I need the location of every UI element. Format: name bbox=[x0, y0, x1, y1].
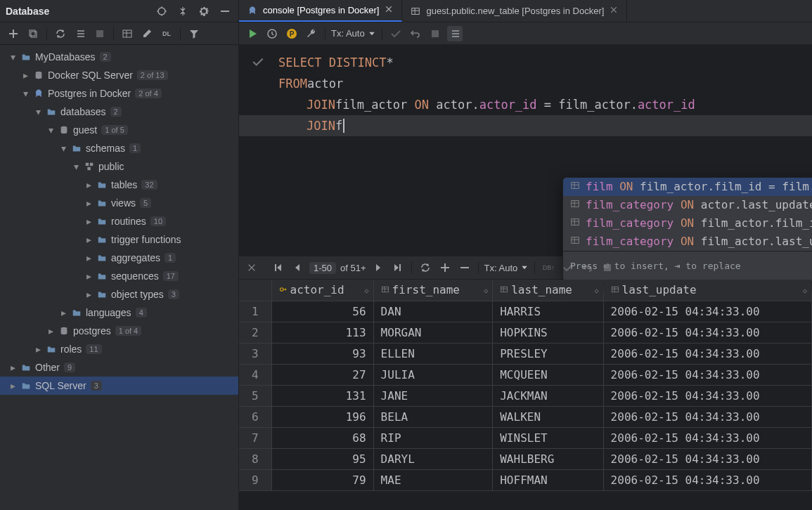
tree-arrow-icon[interactable]: ▾ bbox=[8, 51, 17, 63]
tree-arrow-icon[interactable]: ▾ bbox=[21, 88, 30, 99]
completion-item[interactable]: film_category ON film_actor.last_update … bbox=[563, 233, 812, 251]
cell[interactable]: 2006-02-15 04:34:33.00 bbox=[603, 469, 811, 490]
tree-item[interactable]: ▸tables32 bbox=[0, 176, 238, 194]
tree-item[interactable]: ▸trigger functions bbox=[0, 230, 238, 249]
output-mode-icon[interactable] bbox=[447, 26, 463, 41]
tree-item[interactable]: ▾schemas1 bbox=[0, 139, 238, 157]
prev-page-icon[interactable] bbox=[290, 260, 305, 275]
diagnostics-icon[interactable] bbox=[72, 26, 88, 41]
cell[interactable]: JULIA bbox=[373, 364, 493, 385]
column-header[interactable]: last_name◇ bbox=[493, 280, 603, 301]
editor-tab[interactable]: guest.public.new_table [Postgres in Dock… bbox=[402, 0, 627, 22]
explain-plan-icon[interactable] bbox=[284, 26, 299, 41]
cell[interactable]: 113 bbox=[271, 322, 373, 343]
tree-item[interactable]: ▸languages4 bbox=[0, 303, 238, 322]
cell[interactable]: WINSLET bbox=[493, 427, 603, 448]
tree-item[interactable]: ▾guest1 of 5 bbox=[0, 121, 238, 139]
tree-arrow-icon[interactable]: ▾ bbox=[59, 143, 67, 154]
close-results-icon[interactable] bbox=[239, 256, 264, 279]
cell[interactable]: HOPKINS bbox=[493, 322, 603, 343]
cell[interactable]: 56 bbox=[271, 301, 373, 322]
table-row[interactable]: 768RIPWINSLET2006-02-15 04:34:33.00 bbox=[239, 427, 812, 448]
run-icon[interactable] bbox=[245, 26, 260, 41]
tree-item[interactable]: ▸sequences17 bbox=[0, 267, 238, 285]
completion-item[interactable]: film_category ON film_actor.film_id = fi… bbox=[563, 214, 812, 233]
tree-item[interactable]: ▸Other9 bbox=[0, 358, 238, 377]
tree-arrow-icon[interactable]: ▾ bbox=[46, 124, 55, 136]
tree-item[interactable]: ▸roles11 bbox=[0, 340, 238, 358]
tree-arrow-icon[interactable]: ▸ bbox=[84, 216, 93, 227]
cancel-query-icon[interactable] bbox=[427, 26, 443, 41]
table-row[interactable]: 393ELLENPRESLEY2006-02-15 04:34:33.00 bbox=[239, 343, 812, 364]
submit-db-icon[interactable]: DB↑ bbox=[541, 260, 556, 275]
tree-arrow-icon[interactable]: ▾ bbox=[34, 106, 42, 117]
tree-item[interactable]: ▾Postgres in Docker2 of 4 bbox=[0, 84, 238, 103]
tree-arrow-icon[interactable]: ▸ bbox=[8, 362, 17, 373]
duplicate-icon[interactable] bbox=[25, 26, 41, 41]
cell[interactable]: MAE bbox=[373, 469, 493, 490]
history-icon[interactable] bbox=[264, 26, 280, 41]
sort-icon[interactable]: ◇ bbox=[484, 286, 488, 294]
collapse-icon[interactable] bbox=[175, 4, 191, 19]
column-header[interactable]: actor_id◇ bbox=[271, 280, 373, 301]
tx-mode-selector[interactable]: Tx: Auto bbox=[331, 28, 376, 39]
tree-arrow-icon[interactable]: ▸ bbox=[84, 234, 93, 245]
cell[interactable]: ELLEN bbox=[373, 343, 493, 364]
last-page-icon[interactable] bbox=[390, 260, 406, 275]
cell[interactable]: DARYL bbox=[373, 448, 493, 469]
tree-item[interactable]: ▸routines10 bbox=[0, 212, 238, 230]
tree-arrow-icon[interactable]: ▸ bbox=[84, 289, 93, 300]
table-row[interactable]: 2113MORGANHOPKINS2006-02-15 04:34:33.00 bbox=[239, 322, 812, 343]
tree-item[interactable]: ▸postgres1 of 4 bbox=[0, 322, 238, 340]
cell[interactable]: 2006-02-15 04:34:33.00 bbox=[603, 322, 811, 343]
table-row[interactable]: 5131JANEJACKMAN2006-02-15 04:34:33.00 bbox=[239, 385, 812, 406]
cell[interactable]: 131 bbox=[271, 385, 373, 406]
cancel-results-icon[interactable] bbox=[600, 260, 615, 275]
cell[interactable]: HOFFMAN bbox=[493, 469, 603, 490]
sort-icon[interactable]: ◇ bbox=[365, 286, 369, 294]
ddl-icon[interactable]: DL bbox=[159, 26, 174, 41]
tree-item[interactable]: ▸object types3 bbox=[0, 285, 238, 303]
cell[interactable]: 2006-02-15 04:34:33.00 bbox=[603, 385, 811, 406]
first-page-icon[interactable] bbox=[270, 260, 285, 275]
delete-row-icon[interactable] bbox=[457, 260, 472, 275]
cell[interactable]: 68 bbox=[271, 427, 373, 448]
completion-item[interactable]: film ON film_actor.film_id = film.film_i… bbox=[563, 178, 812, 196]
tree-item[interactable]: ▾public bbox=[0, 157, 238, 176]
table-row[interactable]: 156DANHARRIS2006-02-15 04:34:33.00 bbox=[239, 301, 812, 322]
cell[interactable]: 2006-02-15 04:34:33.00 bbox=[603, 406, 811, 427]
table-row[interactable]: 427JULIAMCQUEEN2006-02-15 04:34:33.00 bbox=[239, 364, 812, 385]
column-header[interactable]: last_update◇ bbox=[603, 280, 811, 301]
cell[interactable]: WAHLBERG bbox=[493, 448, 603, 469]
tree-arrow-icon[interactable]: ▸ bbox=[84, 252, 93, 263]
tree-arrow-icon[interactable]: ▸ bbox=[34, 344, 42, 355]
close-tab-icon[interactable] bbox=[610, 6, 618, 16]
rollback-icon[interactable] bbox=[408, 26, 423, 41]
target-icon[interactable] bbox=[154, 4, 169, 19]
tree-item[interactable]: ▾MyDatabases2 bbox=[0, 48, 238, 66]
cell[interactable]: 27 bbox=[271, 364, 373, 385]
cell[interactable]: 2006-02-15 04:34:33.00 bbox=[603, 301, 811, 322]
results-tx-selector[interactable]: Tx: Auto bbox=[484, 263, 529, 273]
add-row-icon[interactable] bbox=[437, 260, 453, 275]
tree-arrow-icon[interactable]: ▸ bbox=[84, 179, 93, 190]
tree-item[interactable]: ▸SQL Server3 bbox=[0, 377, 238, 395]
cell[interactable]: BELA bbox=[373, 406, 493, 427]
commit-results-icon[interactable] bbox=[560, 260, 576, 275]
cell[interactable]: DAN bbox=[373, 301, 493, 322]
cell[interactable]: 2006-02-15 04:34:33.00 bbox=[603, 427, 811, 448]
sort-icon[interactable]: ◇ bbox=[803, 286, 807, 294]
tree-arrow-icon[interactable]: ▸ bbox=[59, 307, 67, 318]
tree-arrow-icon[interactable]: ▸ bbox=[8, 380, 17, 391]
table-row[interactable]: 979MAEHOFFMAN2006-02-15 04:34:33.00 bbox=[239, 469, 812, 490]
wrench-icon[interactable] bbox=[304, 26, 319, 41]
tree-item[interactable]: ▸aggregates1 bbox=[0, 249, 238, 267]
cell[interactable]: MCQUEEN bbox=[493, 364, 603, 385]
table-view-icon[interactable] bbox=[120, 26, 135, 41]
tree-arrow-icon[interactable]: ▾ bbox=[72, 161, 80, 172]
cell[interactable]: 95 bbox=[271, 448, 373, 469]
tree-arrow-icon[interactable]: ▸ bbox=[84, 197, 93, 209]
sql-editor[interactable]: SELECT DISTINCT *FROM actorJOIN film_act… bbox=[239, 45, 812, 256]
table-row[interactable]: 6196BELAWALKEN2006-02-15 04:34:33.00 bbox=[239, 406, 812, 427]
cell[interactable]: JACKMAN bbox=[493, 385, 603, 406]
